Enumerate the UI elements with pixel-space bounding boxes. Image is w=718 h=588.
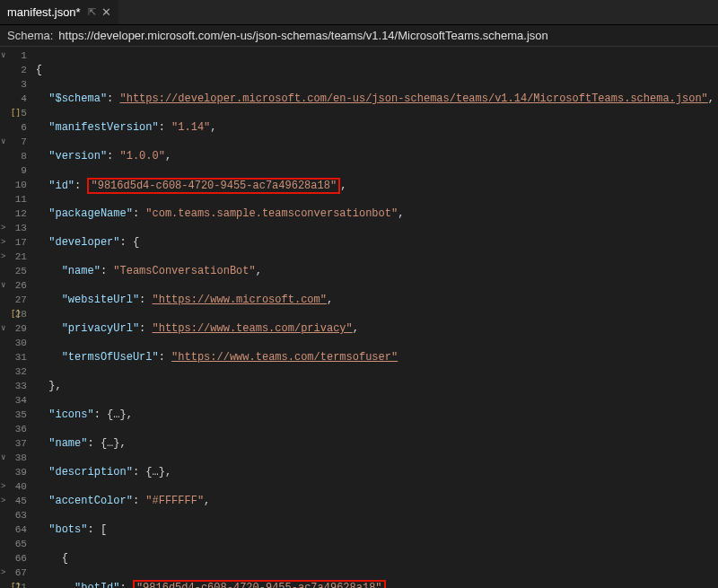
line-number: 33 — [2, 379, 27, 393]
close-icon[interactable]: ✕ — [101, 5, 111, 19]
code-area[interactable]: { "$schema": "https://developer.microsof… — [32, 47, 718, 588]
schema-label: Schema: — [7, 29, 53, 42]
line-number: 37 — [2, 436, 27, 451]
schema-bar: Schema: https://developer.microsoft.com/… — [0, 25, 718, 47]
line-number: 3 — [2, 77, 27, 92]
line-number: 65 — [2, 537, 27, 551]
change-marker: [] — [11, 106, 21, 120]
line-number: 5[] — [2, 106, 27, 120]
fold-icon[interactable]: ∨ — [1, 321, 5, 336]
line-number: 40> — [2, 479, 27, 494]
line-number: 63 — [2, 508, 27, 522]
fold-icon[interactable]: > — [1, 235, 5, 250]
line-number: 21> — [2, 250, 27, 264]
pin-icon[interactable]: ⇱ — [88, 6, 96, 18]
line-number: 35 — [2, 408, 27, 422]
line-number: 64 — [2, 522, 27, 537]
line-number: 13> — [2, 221, 27, 235]
line-number: 9 — [2, 163, 27, 178]
line-number: 12 — [2, 206, 27, 221]
line-number: 29∨ — [2, 321, 27, 336]
line-gutter: 1∨2345[]67∨8910111213>17>21>2526∨2728[]2… — [0, 47, 32, 588]
tab-title: manifest.json* — [7, 5, 81, 19]
editor-tab[interactable]: manifest.json* ⇱ ✕ — [0, 0, 118, 24]
fold-icon[interactable]: > — [1, 566, 5, 580]
line-number: 17> — [2, 235, 27, 250]
line-number: 38∨ — [2, 451, 27, 465]
line-number: 26∨ — [2, 278, 27, 293]
tab-bar: manifest.json* ⇱ ✕ — [0, 0, 718, 25]
line-number: 6 — [2, 120, 27, 135]
line-number: 28[] — [2, 307, 27, 321]
fold-icon[interactable]: > — [1, 250, 5, 264]
change-marker: [] — [11, 307, 21, 321]
line-number: 8 — [2, 149, 27, 163]
line-number: 2 — [2, 63, 27, 77]
schema-url[interactable]: https://developer.microsoft.com/en-us/js… — [58, 29, 548, 42]
line-number: 34 — [2, 393, 27, 408]
highlight-id: "9816d5d4-c608-4720-9455-ac7a49628a18" — [87, 178, 340, 194]
line-number: 31 — [2, 350, 27, 364]
line-number: 25 — [2, 264, 27, 278]
line-number: 36 — [2, 422, 27, 436]
line-number: 30 — [2, 336, 27, 350]
line-number: 11 — [2, 192, 27, 206]
fold-icon[interactable]: ∨ — [1, 48, 5, 63]
highlight-botid: "9816d5d4-c608-4720-9455-ac7a49628a18" — [133, 580, 386, 588]
code-editor[interactable]: 1∨2345[]67∨8910111213>17>21>2526∨2728[]2… — [0, 47, 718, 588]
fold-icon[interactable]: ∨ — [1, 278, 5, 293]
line-number: 71[] — [2, 580, 27, 588]
line-number: 67> — [2, 566, 27, 580]
line-number: 1∨ — [2, 48, 27, 63]
line-number: 45> — [2, 494, 27, 508]
line-number: 7∨ — [2, 135, 27, 149]
change-marker: [] — [11, 580, 21, 588]
fold-icon[interactable]: > — [1, 479, 5, 494]
fold-icon[interactable]: > — [1, 494, 5, 508]
fold-icon[interactable]: ∨ — [1, 451, 5, 465]
line-number: 10 — [2, 178, 27, 192]
fold-icon[interactable]: ∨ — [1, 135, 5, 149]
line-number: 27 — [2, 293, 27, 307]
line-number: 4 — [2, 92, 27, 106]
line-number: 32 — [2, 364, 27, 379]
fold-icon[interactable]: > — [1, 221, 5, 235]
line-number: 66 — [2, 551, 27, 566]
line-number: 39 — [2, 465, 27, 479]
